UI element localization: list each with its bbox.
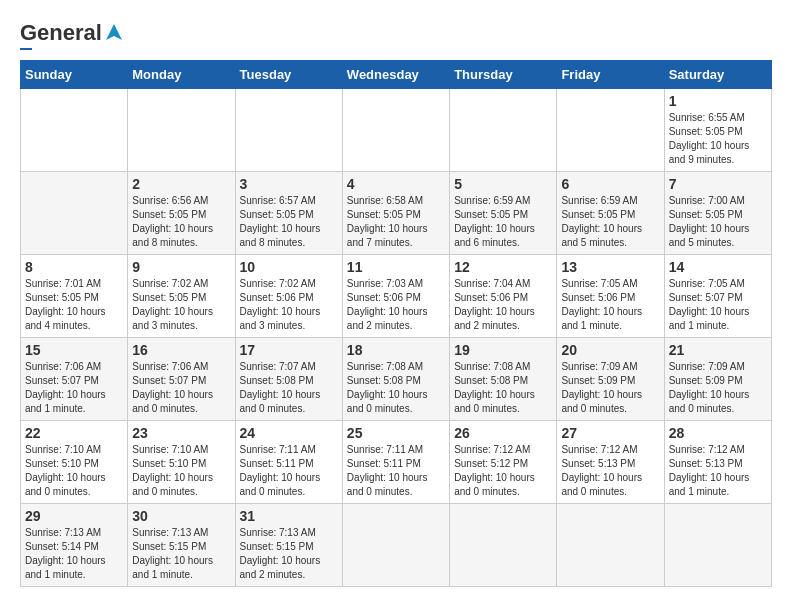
day-number: 9	[132, 259, 230, 275]
day-info: Sunrise: 7:11 AM Sunset: 5:11 PM Dayligh…	[240, 443, 338, 499]
calendar-cell: 29Sunrise: 7:13 AM Sunset: 5:14 PM Dayli…	[21, 504, 128, 587]
day-info: Sunrise: 7:06 AM Sunset: 5:07 PM Dayligh…	[25, 360, 123, 416]
calendar-cell: 22Sunrise: 7:10 AM Sunset: 5:10 PM Dayli…	[21, 421, 128, 504]
day-number: 2	[132, 176, 230, 192]
day-info: Sunrise: 7:04 AM Sunset: 5:06 PM Dayligh…	[454, 277, 552, 333]
calendar-cell: 25Sunrise: 7:11 AM Sunset: 5:11 PM Dayli…	[342, 421, 449, 504]
logo-blue-text	[20, 48, 32, 50]
day-number: 24	[240, 425, 338, 441]
day-info: Sunrise: 7:12 AM Sunset: 5:12 PM Dayligh…	[454, 443, 552, 499]
day-number: 28	[669, 425, 767, 441]
calendar-cell	[235, 89, 342, 172]
day-info: Sunrise: 7:09 AM Sunset: 5:09 PM Dayligh…	[561, 360, 659, 416]
calendar-cell	[664, 504, 771, 587]
calendar-cell: 4Sunrise: 6:58 AM Sunset: 5:05 PM Daylig…	[342, 172, 449, 255]
day-number: 30	[132, 508, 230, 524]
day-number: 26	[454, 425, 552, 441]
calendar-cell: 23Sunrise: 7:10 AM Sunset: 5:10 PM Dayli…	[128, 421, 235, 504]
calendar-cell	[342, 504, 449, 587]
day-number: 8	[25, 259, 123, 275]
calendar-cell: 8Sunrise: 7:01 AM Sunset: 5:05 PM Daylig…	[21, 255, 128, 338]
day-number: 21	[669, 342, 767, 358]
calendar-cell	[342, 89, 449, 172]
day-number: 31	[240, 508, 338, 524]
calendar-cell	[21, 172, 128, 255]
day-number: 17	[240, 342, 338, 358]
svg-marker-0	[106, 24, 122, 40]
day-info: Sunrise: 7:06 AM Sunset: 5:07 PM Dayligh…	[132, 360, 230, 416]
day-number: 15	[25, 342, 123, 358]
calendar-cell	[450, 504, 557, 587]
calendar-cell: 3Sunrise: 6:57 AM Sunset: 5:05 PM Daylig…	[235, 172, 342, 255]
calendar-cell	[128, 89, 235, 172]
day-number: 23	[132, 425, 230, 441]
calendar-cell: 1Sunrise: 6:55 AM Sunset: 5:05 PM Daylig…	[664, 89, 771, 172]
calendar-cell	[21, 89, 128, 172]
day-number: 13	[561, 259, 659, 275]
day-info: Sunrise: 7:00 AM Sunset: 5:05 PM Dayligh…	[669, 194, 767, 250]
day-number: 5	[454, 176, 552, 192]
day-info: Sunrise: 6:58 AM Sunset: 5:05 PM Dayligh…	[347, 194, 445, 250]
day-info: Sunrise: 6:59 AM Sunset: 5:05 PM Dayligh…	[561, 194, 659, 250]
calendar-cell: 16Sunrise: 7:06 AM Sunset: 5:07 PM Dayli…	[128, 338, 235, 421]
calendar-cell: 27Sunrise: 7:12 AM Sunset: 5:13 PM Dayli…	[557, 421, 664, 504]
calendar-cell: 15Sunrise: 7:06 AM Sunset: 5:07 PM Dayli…	[21, 338, 128, 421]
day-number: 18	[347, 342, 445, 358]
calendar-cell: 28Sunrise: 7:12 AM Sunset: 5:13 PM Dayli…	[664, 421, 771, 504]
calendar-table: SundayMondayTuesdayWednesdayThursdayFrid…	[20, 60, 772, 587]
calendar-cell: 26Sunrise: 7:12 AM Sunset: 5:12 PM Dayli…	[450, 421, 557, 504]
calendar-cell: 12Sunrise: 7:04 AM Sunset: 5:06 PM Dayli…	[450, 255, 557, 338]
day-info: Sunrise: 7:12 AM Sunset: 5:13 PM Dayligh…	[669, 443, 767, 499]
day-number: 11	[347, 259, 445, 275]
day-info: Sunrise: 7:01 AM Sunset: 5:05 PM Dayligh…	[25, 277, 123, 333]
day-number: 14	[669, 259, 767, 275]
day-info: Sunrise: 7:10 AM Sunset: 5:10 PM Dayligh…	[25, 443, 123, 499]
day-info: Sunrise: 6:55 AM Sunset: 5:05 PM Dayligh…	[669, 111, 767, 167]
logo-general: General	[20, 20, 102, 46]
day-info: Sunrise: 7:13 AM Sunset: 5:15 PM Dayligh…	[132, 526, 230, 582]
calendar-cell: 5Sunrise: 6:59 AM Sunset: 5:05 PM Daylig…	[450, 172, 557, 255]
calendar-cell: 13Sunrise: 7:05 AM Sunset: 5:06 PM Dayli…	[557, 255, 664, 338]
calendar-cell	[557, 504, 664, 587]
day-info: Sunrise: 6:57 AM Sunset: 5:05 PM Dayligh…	[240, 194, 338, 250]
calendar-cell: 9Sunrise: 7:02 AM Sunset: 5:05 PM Daylig…	[128, 255, 235, 338]
page-header: General	[20, 20, 772, 50]
calendar-cell: 19Sunrise: 7:08 AM Sunset: 5:08 PM Dayli…	[450, 338, 557, 421]
calendar-cell: 11Sunrise: 7:03 AM Sunset: 5:06 PM Dayli…	[342, 255, 449, 338]
calendar-cell	[450, 89, 557, 172]
calendar-cell: 14Sunrise: 7:05 AM Sunset: 5:07 PM Dayli…	[664, 255, 771, 338]
calendar-cell: 6Sunrise: 6:59 AM Sunset: 5:05 PM Daylig…	[557, 172, 664, 255]
calendar-cell: 20Sunrise: 7:09 AM Sunset: 5:09 PM Dayli…	[557, 338, 664, 421]
day-info: Sunrise: 7:02 AM Sunset: 5:06 PM Dayligh…	[240, 277, 338, 333]
calendar-cell: 30Sunrise: 7:13 AM Sunset: 5:15 PM Dayli…	[128, 504, 235, 587]
day-info: Sunrise: 6:59 AM Sunset: 5:05 PM Dayligh…	[454, 194, 552, 250]
day-info: Sunrise: 7:03 AM Sunset: 5:06 PM Dayligh…	[347, 277, 445, 333]
column-header-tuesday: Tuesday	[235, 61, 342, 89]
calendar-cell: 31Sunrise: 7:13 AM Sunset: 5:15 PM Dayli…	[235, 504, 342, 587]
day-number: 25	[347, 425, 445, 441]
calendar-cell: 2Sunrise: 6:56 AM Sunset: 5:05 PM Daylig…	[128, 172, 235, 255]
day-number: 10	[240, 259, 338, 275]
calendar-cell: 21Sunrise: 7:09 AM Sunset: 5:09 PM Dayli…	[664, 338, 771, 421]
calendar-cell: 24Sunrise: 7:11 AM Sunset: 5:11 PM Dayli…	[235, 421, 342, 504]
day-info: Sunrise: 6:56 AM Sunset: 5:05 PM Dayligh…	[132, 194, 230, 250]
day-info: Sunrise: 7:09 AM Sunset: 5:09 PM Dayligh…	[669, 360, 767, 416]
day-info: Sunrise: 7:11 AM Sunset: 5:11 PM Dayligh…	[347, 443, 445, 499]
column-header-monday: Monday	[128, 61, 235, 89]
column-header-saturday: Saturday	[664, 61, 771, 89]
day-number: 12	[454, 259, 552, 275]
column-header-thursday: Thursday	[450, 61, 557, 89]
day-info: Sunrise: 7:08 AM Sunset: 5:08 PM Dayligh…	[347, 360, 445, 416]
calendar-cell: 7Sunrise: 7:00 AM Sunset: 5:05 PM Daylig…	[664, 172, 771, 255]
logo: General	[20, 20, 124, 50]
day-number: 3	[240, 176, 338, 192]
day-number: 7	[669, 176, 767, 192]
column-header-friday: Friday	[557, 61, 664, 89]
day-info: Sunrise: 7:05 AM Sunset: 5:07 PM Dayligh…	[669, 277, 767, 333]
day-info: Sunrise: 7:05 AM Sunset: 5:06 PM Dayligh…	[561, 277, 659, 333]
day-info: Sunrise: 7:13 AM Sunset: 5:14 PM Dayligh…	[25, 526, 123, 582]
column-header-wednesday: Wednesday	[342, 61, 449, 89]
column-header-sunday: Sunday	[21, 61, 128, 89]
day-number: 6	[561, 176, 659, 192]
calendar-cell: 17Sunrise: 7:07 AM Sunset: 5:08 PM Dayli…	[235, 338, 342, 421]
